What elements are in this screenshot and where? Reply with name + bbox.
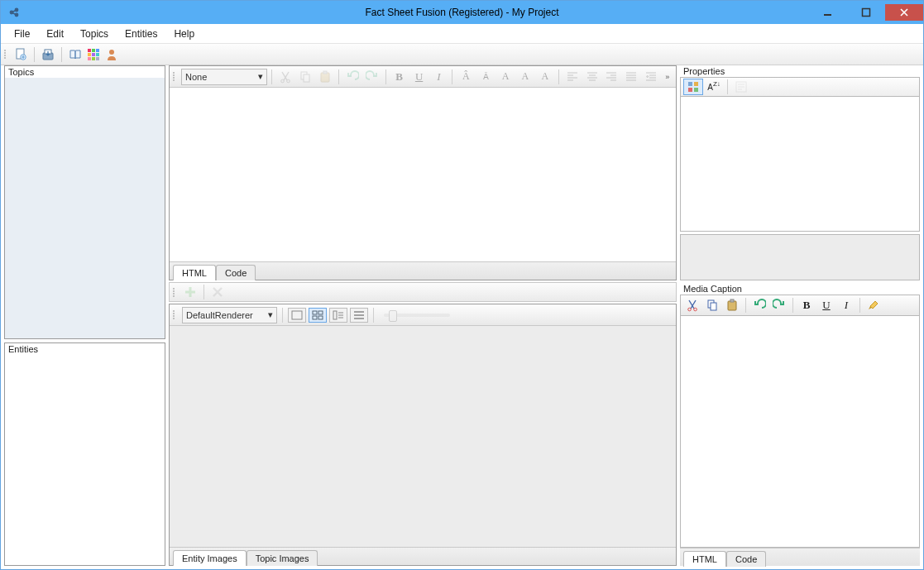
bold-button[interactable]: B (390, 69, 409, 85)
menu-entities[interactable]: Entities (117, 26, 165, 42)
svg-rect-30 (333, 311, 337, 319)
entities-list[interactable] (5, 355, 165, 565)
minimize-button[interactable] (809, 4, 847, 21)
svg-rect-34 (694, 88, 698, 92)
undo-button[interactable] (343, 69, 361, 85)
italic-button[interactable]: I (837, 297, 855, 314)
svg-rect-24 (323, 71, 327, 74)
topics-panel-header: Topics (5, 66, 165, 78)
bold-button[interactable]: B (797, 297, 816, 314)
svg-rect-15 (88, 57, 91, 60)
media-caption-panel: Media Caption B U I HTML (680, 283, 920, 566)
indent-button[interactable] (642, 69, 660, 85)
svg-rect-10 (92, 49, 95, 52)
view-list-button[interactable] (329, 308, 347, 323)
app-icon (6, 3, 24, 22)
cut-button[interactable] (683, 297, 701, 314)
svg-rect-39 (711, 303, 716, 310)
menubar: File Edit Topics Entities Help (1, 24, 923, 44)
export-button[interactable] (40, 46, 56, 63)
copy-button[interactable] (703, 297, 721, 314)
shrink-font-button[interactable]: Ǎ (476, 69, 495, 85)
svg-rect-33 (688, 88, 692, 92)
svg-rect-3 (824, 14, 831, 16)
svg-point-36 (688, 308, 692, 311)
new-document-button[interactable] (12, 46, 29, 63)
tab-caption-code[interactable]: Code (726, 551, 766, 567)
renderer-combo-value: DefaultRenderer (186, 310, 253, 320)
view-details-button[interactable] (350, 308, 368, 323)
svg-point-19 (281, 79, 285, 83)
align-center-button[interactable] (583, 69, 601, 85)
zoom-slider[interactable] (384, 314, 450, 317)
highlight-button[interactable]: A (516, 69, 534, 85)
view-large-icons-button[interactable] (288, 308, 306, 323)
window-title: Fact Sheet Fusion (Registered) - My Proj… (1, 7, 923, 18)
font-color-button[interactable]: A (496, 69, 515, 85)
properties-alphabetical-button[interactable]: AZ↓ (705, 79, 723, 95)
entities-panel-header: Entities (5, 343, 165, 355)
align-left-button[interactable] (563, 69, 582, 85)
view-medium-icons-button[interactable] (309, 308, 327, 323)
redo-button[interactable] (770, 297, 788, 314)
media-toolbar (169, 282, 677, 302)
maximize-button[interactable] (847, 4, 885, 21)
properties-categorized-button[interactable] (683, 79, 703, 95)
redo-button[interactable] (363, 69, 381, 85)
svg-point-37 (694, 308, 697, 311)
format-brush-button[interactable] (864, 297, 883, 314)
media-caption-canvas[interactable] (680, 316, 920, 548)
body: Topics Entities None ▾ (1, 65, 923, 569)
close-button[interactable] (885, 4, 923, 21)
properties-grid[interactable] (680, 97, 920, 232)
topics-list[interactable] (5, 78, 165, 338)
tab-caption-html[interactable]: HTML (683, 551, 726, 567)
tab-topic-images[interactable]: Topic Images (247, 550, 318, 566)
menu-file[interactable]: File (6, 26, 38, 42)
tab-entity-images[interactable]: Entity Images (173, 550, 247, 566)
titlebar: Fact Sheet Fusion (Registered) - My Proj… (1, 1, 923, 24)
grow-font-button[interactable]: Â (457, 69, 475, 85)
style-combo[interactable]: None ▾ (181, 69, 267, 85)
menu-help[interactable]: Help (165, 26, 203, 42)
image-browser-canvas[interactable] (170, 326, 676, 547)
underline-button[interactable]: U (410, 69, 428, 85)
svg-rect-16 (92, 57, 95, 60)
renderer-combo[interactable]: DefaultRenderer ▾ (182, 307, 277, 323)
color-grid-button[interactable] (85, 46, 102, 63)
window-controls (809, 4, 923, 21)
italic-button[interactable]: I (430, 69, 448, 85)
svg-rect-40 (728, 301, 736, 310)
tab-code[interactable]: Code (216, 265, 256, 280)
add-button[interactable] (181, 284, 199, 300)
editor-canvas[interactable] (170, 88, 676, 261)
open-book-button[interactable] (67, 46, 84, 63)
menu-topics[interactable]: Topics (72, 26, 117, 42)
svg-point-20 (287, 79, 290, 83)
paste-button[interactable] (316, 69, 334, 85)
svg-rect-32 (694, 82, 698, 86)
tab-html[interactable]: HTML (173, 265, 216, 280)
user-button[interactable] (103, 46, 120, 63)
chevron-down-icon: ▾ (268, 309, 273, 320)
entities-panel: Entities (4, 342, 165, 566)
svg-rect-23 (321, 73, 329, 82)
align-justify-button[interactable] (622, 69, 640, 85)
delete-button[interactable] (208, 284, 227, 300)
underline-button[interactable]: U (817, 297, 835, 314)
cut-button[interactable] (276, 69, 294, 85)
property-pages-button[interactable] (732, 79, 750, 95)
properties-description (680, 234, 920, 280)
toolbar-overflow-icon[interactable]: » (662, 73, 673, 81)
copy-button[interactable] (296, 69, 314, 85)
menu-edit[interactable]: Edit (38, 26, 72, 42)
svg-rect-27 (318, 311, 323, 314)
undo-button[interactable] (750, 297, 768, 314)
align-right-button[interactable] (603, 69, 621, 85)
svg-rect-12 (88, 53, 91, 56)
content-editor: None ▾ B U I Â Ǎ (169, 65, 677, 280)
clear-format-button[interactable]: A (536, 69, 554, 85)
media-caption-tabstrip: HTML Code (680, 548, 920, 566)
paste-button[interactable] (723, 297, 741, 314)
svg-point-18 (109, 50, 114, 55)
